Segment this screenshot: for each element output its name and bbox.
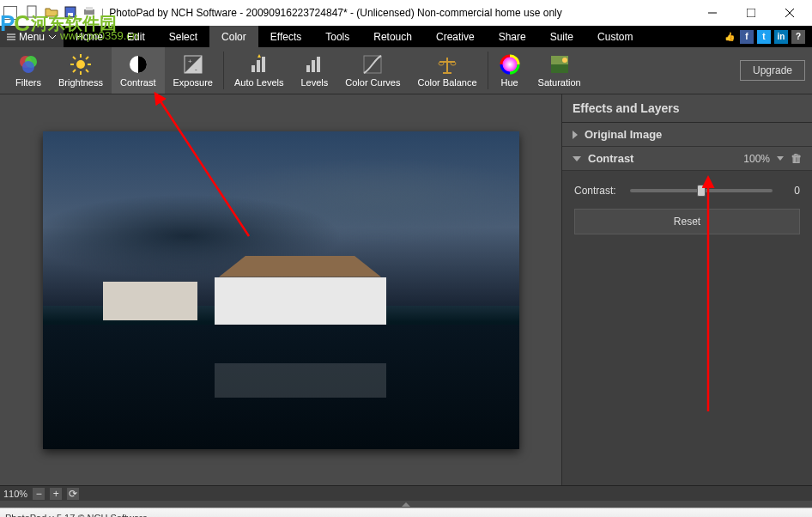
help-icon[interactable]: ? <box>791 30 805 44</box>
svg-rect-28 <box>251 65 255 72</box>
photo-canvas <box>43 131 519 449</box>
tab-effects[interactable]: Effects <box>258 26 313 47</box>
contrast-label: Contrast <box>120 77 156 88</box>
svg-point-14 <box>22 61 34 73</box>
color-curves-label: Color Curves <box>345 77 400 88</box>
chevron-down-icon[interactable] <box>777 156 784 161</box>
svg-point-15 <box>76 60 85 69</box>
toolbar-separator <box>488 52 488 89</box>
layer-contrast-label: Contrast <box>588 152 633 165</box>
tab-tools[interactable]: Tools <box>313 26 361 47</box>
color-balance-label: Color Balance <box>417 77 476 88</box>
svg-rect-31 <box>306 65 310 72</box>
exposure-label: Exposure <box>173 77 213 88</box>
tab-select[interactable]: Select <box>157 26 209 47</box>
qat-save-icon[interactable] <box>64 5 77 21</box>
brightness-tool[interactable]: Brightness <box>50 47 112 94</box>
tab-edit[interactable]: Edit <box>115 26 157 47</box>
facebook-icon[interactable]: f <box>740 30 754 44</box>
contrast-slider-label: Contrast: <box>574 185 621 197</box>
auto-levels-tool[interactable]: Auto Levels <box>226 47 292 94</box>
layer-opacity: 100% <box>743 153 770 165</box>
app-icon <box>3 6 17 20</box>
color-balance-icon <box>436 53 458 76</box>
maximize-button[interactable] <box>731 0 770 26</box>
svg-line-21 <box>86 70 88 72</box>
svg-line-20 <box>73 57 76 59</box>
svg-rect-6 <box>747 9 755 17</box>
hue-tool[interactable]: Hue <box>490 47 530 94</box>
close-button[interactable] <box>770 0 809 26</box>
saturation-icon <box>548 53 571 76</box>
expand-icon <box>573 131 578 139</box>
menubar: Menu Home Edit Select Color Effects Tool… <box>0 26 812 47</box>
canvas-area[interactable] <box>0 94 562 485</box>
qat-open-icon[interactable] <box>45 5 58 21</box>
filters-tool[interactable]: Filters <box>7 47 50 94</box>
workspace: Effects and Layers Original Image Contra… <box>0 94 812 485</box>
collapse-bar[interactable] <box>0 501 812 508</box>
tab-suite[interactable]: Suite <box>538 26 585 47</box>
layer-contrast[interactable]: Contrast 100% 🗑 <box>562 147 812 171</box>
qat-new-icon[interactable] <box>26 5 39 21</box>
social-links: 👍 f t in ? <box>723 26 812 47</box>
filters-icon <box>17 53 39 76</box>
zoom-value: 110% <box>3 489 27 499</box>
zoom-reset-button[interactable]: ⟳ <box>67 488 79 500</box>
twitter-icon[interactable]: t <box>757 30 771 44</box>
minimize-button[interactable] <box>693 0 731 26</box>
saturation-tool[interactable]: Saturation <box>530 47 590 94</box>
tab-retouch[interactable]: Retouch <box>361 26 424 47</box>
brightness-label: Brightness <box>58 77 103 88</box>
thumbs-up-icon[interactable]: 👍 <box>723 30 736 44</box>
status-bar: PhotoPad v 5.17 © NCH Software <box>0 508 812 517</box>
layer-original-label: Original Image <box>585 128 662 141</box>
toolbar: Filters Brightness Contrast +- Exposure … <box>0 47 812 94</box>
hamburger-icon <box>7 33 15 41</box>
levels-label: Levels <box>300 77 328 88</box>
qat-print-icon[interactable] <box>82 5 96 21</box>
status-text: PhotoPad v 5.17 © NCH Software <box>5 513 148 518</box>
svg-point-44 <box>562 58 567 63</box>
tab-creative[interactable]: Creative <box>424 26 487 47</box>
auto-levels-label: Auto Levels <box>234 77 283 88</box>
quick-access-toolbar <box>26 5 96 21</box>
chevron-up-icon <box>402 502 410 507</box>
menu-dropdown[interactable]: Menu <box>0 26 64 47</box>
linkedin-icon[interactable]: in <box>774 30 788 44</box>
tab-color[interactable]: Color <box>209 26 258 47</box>
tab-share[interactable]: Share <box>487 26 538 47</box>
toolbar-separator <box>223 52 224 89</box>
brightness-icon <box>70 53 92 76</box>
exposure-icon: +- <box>182 53 204 76</box>
upgrade-button[interactable]: Upgrade <box>740 60 805 81</box>
svg-rect-43 <box>551 64 568 73</box>
svg-line-22 <box>86 57 88 59</box>
levels-tool[interactable]: Levels <box>292 47 336 94</box>
svg-rect-4 <box>86 7 93 10</box>
svg-rect-33 <box>317 57 320 72</box>
delete-layer-icon[interactable]: 🗑 <box>791 152 802 165</box>
zoom-in-button[interactable]: + <box>50 488 62 500</box>
exposure-tool[interactable]: +- Exposure <box>165 47 221 94</box>
zoom-out-button[interactable]: − <box>33 488 45 500</box>
filters-label: Filters <box>15 77 41 88</box>
svg-rect-32 <box>312 60 315 72</box>
auto-levels-icon <box>248 53 270 76</box>
annotation-arrow-contrast <box>146 90 266 248</box>
contrast-controls: Contrast: 0 Reset <box>562 171 812 243</box>
zoom-bar: 110% − + ⟳ <box>0 485 812 501</box>
color-balance-tool[interactable]: Color Balance <box>409 47 485 94</box>
tab-custom[interactable]: Custom <box>585 26 645 47</box>
tab-home[interactable]: Home <box>64 26 115 47</box>
contrast-tool[interactable]: Contrast <box>112 47 165 94</box>
svg-line-23 <box>73 70 76 72</box>
layer-original[interactable]: Original Image <box>562 123 812 147</box>
chevron-down-icon <box>48 33 57 41</box>
hue-label: Hue <box>500 77 518 88</box>
titlebar: | PhotoPad by NCH Software - 20090916223… <box>0 0 812 26</box>
panel-title: Effects and Layers <box>562 94 812 123</box>
color-curves-tool[interactable]: Color Curves <box>336 47 409 94</box>
collapse-icon <box>573 156 581 161</box>
saturation-label: Saturation <box>538 77 581 88</box>
